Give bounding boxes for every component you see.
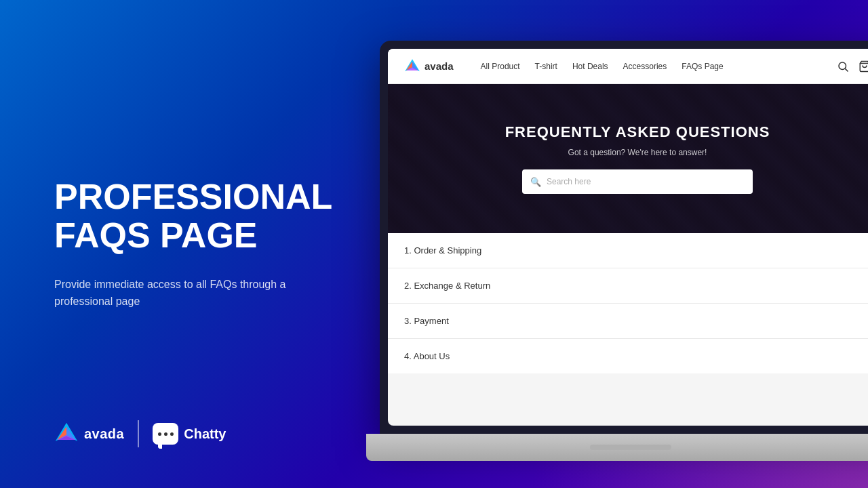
website-nav: avada All Product T-shirt Hot Deals Acce… <box>388 49 868 84</box>
main-heading: PROFESSIONAL FAQs PAGE <box>54 178 332 255</box>
hero-subtitle: Got a question? We're here to answer! <box>568 148 707 157</box>
avada-logo: avada <box>54 422 124 446</box>
nav-icons <box>837 60 868 73</box>
faq-item-2[interactable]: 2. Exchange & Return <box>388 268 868 304</box>
nav-brand: avada <box>404 58 454 75</box>
sub-heading: Provide immediate access to all FAQs thr… <box>54 276 312 310</box>
logo-divider <box>138 420 139 447</box>
chatty-dots <box>158 432 174 436</box>
nav-brand-text: avada <box>425 60 454 72</box>
chatty-brand-text: Chatty <box>184 426 226 442</box>
avada-icon <box>54 422 79 446</box>
bottom-logos: avada Chatty <box>54 420 226 447</box>
chatty-logo: Chatty <box>153 423 226 445</box>
svg-line-9 <box>845 68 848 71</box>
laptop-screen-frame: avada All Product T-shirt Hot Deals Acce… <box>380 41 868 434</box>
faq-item-4[interactable]: 4. About Us <box>388 339 868 373</box>
hero-title: FREQUENTLY ASKED QUESTIONS <box>505 123 770 141</box>
nav-links: All Product T-shirt Hot Deals Accessorie… <box>481 62 816 71</box>
nav-tshirt[interactable]: T-shirt <box>535 62 557 71</box>
laptop-base <box>366 434 868 461</box>
laptop-mockup: avada All Product T-shirt Hot Deals Acce… <box>366 41 868 488</box>
faq-list: 1. Order & Shipping 2. Exchange & Return… <box>388 233 868 373</box>
hero-search-icon: 🔍 <box>530 177 541 187</box>
nav-search-icon[interactable] <box>837 60 849 73</box>
nav-avada-icon <box>404 58 420 75</box>
left-panel: PROFESSIONAL FAQs PAGE Provide immediate… <box>0 0 387 488</box>
hero-search-placeholder: Search here <box>547 177 591 186</box>
nav-hot-deals[interactable]: Hot Deals <box>572 62 608 71</box>
svg-point-8 <box>839 62 846 70</box>
laptop-outer: avada All Product T-shirt Hot Deals Acce… <box>366 41 868 461</box>
nav-faqs[interactable]: FAQs Page <box>682 62 723 71</box>
chatty-dot-2 <box>164 432 167 436</box>
nav-all-product[interactable]: All Product <box>481 62 520 71</box>
faq-item-3[interactable]: 3. Payment <box>388 304 868 339</box>
nav-accessories[interactable]: Accessories <box>623 62 667 71</box>
nav-cart-icon[interactable] <box>859 60 868 73</box>
chatty-icon <box>153 423 178 445</box>
avada-brand-text: avada <box>84 426 124 442</box>
hero-search-bar[interactable]: 🔍 Search here <box>522 169 753 194</box>
chatty-dot-3 <box>170 432 174 436</box>
faq-item-1[interactable]: 1. Order & Shipping <box>388 233 868 268</box>
laptop-screen-inner: avada All Product T-shirt Hot Deals Acce… <box>388 49 868 426</box>
chatty-dot-1 <box>158 432 161 436</box>
website-hero: FREQUENTLY ASKED QUESTIONS Got a questio… <box>388 84 868 233</box>
